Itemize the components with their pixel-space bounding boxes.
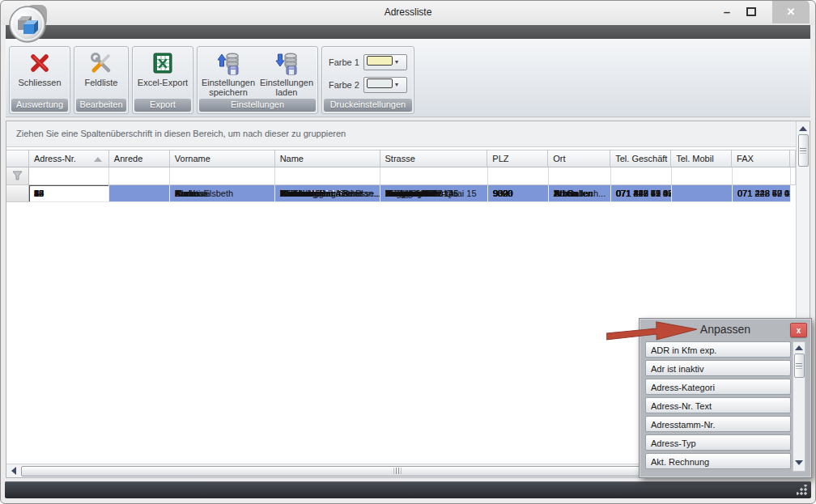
app-logo-icon <box>7 2 51 46</box>
column-header-strasse[interactable]: Strasse <box>380 150 488 167</box>
group-caption-auswertung: Auswertung <box>11 99 68 112</box>
column-header-name[interactable]: Name <box>275 150 380 167</box>
filter-gutter <box>6 167 29 185</box>
window-title: Adressliste <box>2 6 814 18</box>
feldliste-button[interactable]: Feldliste <box>76 49 126 98</box>
farbe1-label: Farbe 1 <box>329 57 359 67</box>
column-header-fax[interactable]: FAX <box>732 150 790 167</box>
table-row[interactable]: 17Abteilung Bau und Plan...Hauptstr. 129… <box>6 185 791 202</box>
feldliste-label: Feldliste <box>85 78 118 87</box>
cell[interactable]: Arbon <box>549 185 611 202</box>
cell[interactable] <box>672 185 733 202</box>
field-chips: ADR in Kfm exp.Adr ist inaktivAdress-Kat… <box>645 341 791 472</box>
filter-cell[interactable] <box>549 167 611 185</box>
cell[interactable] <box>170 185 275 202</box>
filter-cell[interactable] <box>380 167 488 185</box>
cell[interactable]: 9320 <box>488 185 549 202</box>
filter-funnel-icon <box>12 171 23 181</box>
filter-cell[interactable] <box>611 167 672 185</box>
column-header-anrede[interactable]: Anrede <box>109 150 170 167</box>
filter-cell[interactable] <box>29 167 109 185</box>
column-header-tel-mobil[interactable]: Tel. Mobil <box>671 150 732 167</box>
filter-cell[interactable] <box>170 167 275 185</box>
farbe1-color-chip <box>367 56 393 66</box>
einstellungen-speichern-button[interactable]: Einstellungen speichern <box>199 49 257 98</box>
cell[interactable] <box>109 185 170 202</box>
header-row: Adress-Nr.AnredeVornameNameStrassePLZOrt… <box>6 150 796 167</box>
excel-icon <box>151 50 175 76</box>
maximize-button[interactable] <box>741 7 762 20</box>
minimize-button[interactable]: – <box>716 4 737 21</box>
group-caption-einstellungen: Einstellungen <box>199 99 316 112</box>
farbe1-dropdown[interactable]: ▾ <box>363 54 407 70</box>
einstellungen-laden-button[interactable]: Einstellungen laden <box>257 49 316 98</box>
ribbon-group-export: Excel-Export Export <box>132 46 193 114</box>
resize-grip[interactable] <box>797 485 807 495</box>
scroll-down-icon[interactable] <box>795 460 803 465</box>
header-gutter <box>6 150 29 167</box>
titlebar[interactable]: Adressliste – ✕ <box>2 1 814 25</box>
farbe2-label: Farbe 2 <box>329 80 359 90</box>
status-bar <box>5 481 811 498</box>
column-header-vorname[interactable]: Vorname <box>170 150 275 167</box>
schliessen-label: Schliessen <box>18 78 61 87</box>
header-filler <box>790 150 796 167</box>
scroll-left-icon[interactable] <box>11 467 16 475</box>
field-chip[interactable]: Adress-Nr. Text <box>645 397 791 413</box>
excel-export-button[interactable]: Excel-Export <box>134 49 191 98</box>
field-chip[interactable]: Adr ist inaktiv <box>645 360 791 376</box>
excel-export-label: Excel-Export <box>138 78 188 87</box>
farbe2-dropdown[interactable]: ▾ <box>363 77 407 93</box>
cell[interactable]: 071 4 <box>611 185 672 202</box>
app-menu-button[interactable] <box>7 2 51 46</box>
close-button[interactable]: ✕ <box>772 1 810 23</box>
schliessen-button[interactable]: Schliessen <box>11 49 68 98</box>
red-x-icon <box>28 50 52 76</box>
filter-row <box>6 167 796 185</box>
field-chip[interactable]: Akt. Rechnung <box>645 453 791 469</box>
column-header-tel-gesch-ft[interactable]: Tel. Geschäft <box>610 150 671 167</box>
ribbon-group-auswertung: Schliessen Auswertung <box>9 46 70 114</box>
filter-cell[interactable] <box>733 167 791 185</box>
group-caption-druckeinstellungen: Druckeinstellungen <box>324 99 412 112</box>
anpassen-field-list: ADR in Kfm exp.Adr ist inaktivAdress-Kat… <box>645 341 805 472</box>
anpassen-close-button[interactable]: x <box>790 323 807 337</box>
cell[interactable] <box>733 185 791 202</box>
scroll-up-icon[interactable] <box>795 345 803 350</box>
field-chip[interactable]: Adress-Typ <box>645 434 791 451</box>
field-chip[interactable]: Adresstamm-Nr. <box>645 416 791 432</box>
tools-icon <box>89 50 113 76</box>
column-header-ort[interactable]: Ort <box>548 150 610 167</box>
einstellungen-laden-label: Einstellungen laden <box>257 78 316 97</box>
field-chip[interactable]: Adress-Kategori <box>645 379 791 395</box>
cell[interactable]: 17 <box>29 185 109 202</box>
chevron-down-icon: ▾ <box>395 58 398 66</box>
anpassen-scrollbar[interactable] <box>793 341 805 472</box>
filter-cell[interactable] <box>275 167 380 185</box>
app-window: Adressliste – ✕ <box>0 0 816 504</box>
sort-ascending-icon <box>94 157 102 162</box>
filter-cell[interactable] <box>672 167 733 185</box>
load-settings-icon <box>274 50 300 76</box>
group-by-drop-zone[interactable]: Ziehen Sie eine Spaltenüberschrift in di… <box>6 121 796 147</box>
group-caption-export: Export <box>134 99 191 112</box>
group-caption-bearbeiten: Bearbeiten <box>76 99 126 112</box>
filter-cell[interactable] <box>109 167 170 185</box>
maximize-icon <box>746 7 756 16</box>
filter-cell[interactable] <box>488 167 549 185</box>
ribbon-group-einstellungen: Einstellungen speichern <box>197 46 318 114</box>
chevron-down-icon: ▾ <box>395 81 398 88</box>
column-header-adress-nr-[interactable]: Adress-Nr. <box>29 150 109 167</box>
annotation-arrow <box>606 318 703 345</box>
column-header-plz[interactable]: PLZ <box>487 150 548 167</box>
ribbon-tab-band <box>6 25 810 39</box>
row-selector[interactable] <box>6 185 29 202</box>
cell[interactable]: Abteilung Bau und Plan... <box>275 185 380 202</box>
cell[interactable]: Hauptstr. 12 <box>380 185 488 202</box>
einstellungen-speichern-label: Einstellungen speichern <box>199 78 257 97</box>
farbe2-color-chip <box>367 78 393 88</box>
scroll-up-icon[interactable] <box>799 126 807 131</box>
ribbon-group-bearbeiten: Feldliste Bearbeiten <box>74 46 129 114</box>
vertical-scroll-thumb[interactable] <box>798 134 809 167</box>
anpassen-scroll-thumb[interactable] <box>794 354 805 378</box>
